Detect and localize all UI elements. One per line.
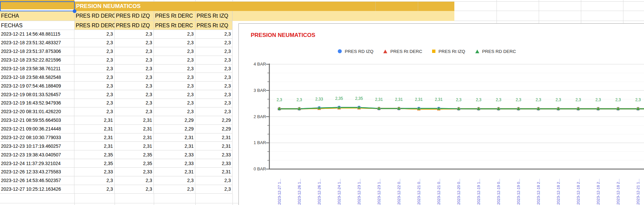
cell-value[interactable]: 2,3 xyxy=(115,90,154,99)
cell-value[interactable]: 2,29 xyxy=(195,125,232,133)
cell-fecha[interactable]: 2023-12-23 10:17:19.460257 xyxy=(0,142,74,150)
cell-value[interactable]: 2,3 xyxy=(74,47,115,56)
cell-fechas-header[interactable]: FECHAS xyxy=(1,21,23,30)
cell-value[interactable]: 2,3 xyxy=(115,56,154,65)
column-header[interactable]: PRES Rt DERC xyxy=(154,11,195,21)
cell-value[interactable]: 2,3 xyxy=(154,176,195,185)
cell-value[interactable]: 2,3 xyxy=(74,39,115,47)
cell-fecha[interactable]: 2023-12-18 23:51:37.875306 xyxy=(0,47,74,56)
legend-item-pres-rd-derc[interactable]: PRES RD DERC xyxy=(475,49,516,54)
cell-value[interactable]: 2,3 xyxy=(74,107,115,116)
cell-value[interactable]: 2,31 xyxy=(74,133,115,142)
cell-value[interactable]: 2,31 xyxy=(154,168,195,176)
cell-value[interactable]: 2,3 xyxy=(154,99,195,107)
cell-value[interactable]: 2,3 xyxy=(195,82,232,90)
cell-value[interactable]: 2,3 xyxy=(154,107,195,116)
cell-fecha-header[interactable]: FECHA xyxy=(1,11,19,21)
cell-value[interactable]: 2,3 xyxy=(195,176,232,185)
cell-value[interactable]: 2,3 xyxy=(115,30,154,39)
cell-fecha[interactable]: 2023-12-21 14:56:48.881115 xyxy=(0,30,74,39)
cell-value[interactable]: 2,3 xyxy=(74,30,115,39)
column-header[interactable]: PRES RD DERC xyxy=(74,11,115,21)
chart-panel[interactable]: PRESION NEUMATICOS PRES RD IZQPRES Rt DE… xyxy=(238,23,644,205)
cell-value[interactable]: 2,31 xyxy=(154,133,195,142)
cell-value[interactable]: 2,3 xyxy=(195,107,232,116)
cell-value[interactable]: 2,33 xyxy=(154,150,195,159)
cell-fecha[interactable]: 2023-12-22 08:10:30.779033 xyxy=(0,133,74,142)
cell-value[interactable]: 2,35 xyxy=(115,150,154,159)
cell-fecha[interactable]: 2023-12-18 23:52:22.821596 xyxy=(0,56,74,65)
cell-value[interactable]: 2,3 xyxy=(195,65,232,73)
cell-value[interactable]: 2,31 xyxy=(115,125,154,133)
cell-value[interactable]: 2,3 xyxy=(115,73,154,82)
cell-value[interactable]: 2,31 xyxy=(115,116,154,125)
cell-value[interactable]: 2,3 xyxy=(195,56,232,65)
cell-fecha[interactable]: 2023-12-18 23:58:38.761211 xyxy=(0,65,74,73)
cell-value[interactable]: 2,3 xyxy=(115,82,154,90)
cell-fecha[interactable]: 2023-12-19 16:43:52.947936 xyxy=(0,99,74,107)
cell-value[interactable]: 2,3 xyxy=(74,185,115,194)
cell-fecha[interactable]: 2023-12-24 11:37:29.321024 xyxy=(0,159,74,168)
cell-value[interactable]: 2,3 xyxy=(115,65,154,73)
cell-value[interactable]: 2,3 xyxy=(154,65,195,73)
cell-fecha[interactable]: 2023-12-19 08:01:33.526457 xyxy=(0,90,74,99)
cell-fecha[interactable]: 2023-12-18 23:51:32.483327 xyxy=(0,39,74,47)
cell-value[interactable]: 2,31 xyxy=(74,125,115,133)
cell-value[interactable]: 2,3 xyxy=(154,30,195,39)
cell-value[interactable]: 2,3 xyxy=(195,30,232,39)
legend-item-pres-rt-derc[interactable]: PRES Rt DERC xyxy=(383,49,422,54)
fill-handle[interactable] xyxy=(73,9,76,13)
cell-value[interactable]: 2,33 xyxy=(115,168,154,176)
cell-fecha[interactable]: 2023-12-19 07:54:46.188409 xyxy=(0,82,74,90)
cell-value[interactable]: 2,31 xyxy=(195,168,232,176)
cell-value[interactable]: 2,3 xyxy=(195,185,232,194)
banner-cell[interactable]: PRESION NEUMATICOS xyxy=(74,2,454,11)
cell-value[interactable]: 2,3 xyxy=(115,99,154,107)
cell-value[interactable]: 2,35 xyxy=(74,159,115,168)
cell-fecha[interactable]: 2023-12-27 10:25:12.163426 xyxy=(0,185,74,194)
cell-value[interactable]: 2,33 xyxy=(195,150,232,159)
cell-value[interactable]: 2,3 xyxy=(74,73,115,82)
cell-value[interactable]: 2,33 xyxy=(195,159,232,168)
cell-fecha[interactable]: 2023-12-21 08:59:55.664503 xyxy=(0,116,74,125)
cell-value[interactable]: 2,35 xyxy=(74,150,115,159)
cell-fecha[interactable]: 2023-12-18 23:58:48.582548 xyxy=(0,73,74,82)
cell-value[interactable]: 2,3 xyxy=(154,47,195,56)
cell-value[interactable]: 2,3 xyxy=(154,82,195,90)
cell-fecha[interactable]: 2023-12-21 09:00:36.214448 xyxy=(0,125,74,133)
cell-value[interactable]: 2,3 xyxy=(74,90,115,99)
cell-value[interactable]: 2,3 xyxy=(154,39,195,47)
cell-value[interactable]: 2,3 xyxy=(195,47,232,56)
cell-value[interactable]: 2,29 xyxy=(154,125,195,133)
cell-value[interactable]: 2,31 xyxy=(74,116,115,125)
cell-fecha[interactable]: 2023-12-26 14:53:46.502357 xyxy=(0,176,74,185)
cell-value[interactable]: 2,31 xyxy=(195,133,232,142)
cell-value[interactable]: 2,3 xyxy=(74,82,115,90)
column-header[interactable]: PRES RD DERC xyxy=(74,21,115,30)
cell-value[interactable]: 2,3 xyxy=(195,39,232,47)
cell-value[interactable]: 2,31 xyxy=(195,142,232,150)
cell-value[interactable]: 2,3 xyxy=(74,65,115,73)
column-header[interactable]: PRES Rt IZQ xyxy=(195,11,232,21)
cell-value[interactable]: 2,3 xyxy=(115,107,154,116)
cell-value[interactable]: 2,3 xyxy=(154,185,195,194)
cell-value[interactable]: 2,3 xyxy=(115,39,154,47)
cell-fecha[interactable]: 2023-12-20 08:31:01.426220 xyxy=(0,107,74,116)
cell-value[interactable]: 2,3 xyxy=(115,185,154,194)
column-header[interactable]: PRES Rt IZQ xyxy=(195,21,232,30)
cell-value[interactable]: 2,33 xyxy=(74,168,115,176)
column-header[interactable]: PRES RD IZQ xyxy=(115,21,154,30)
cell-value[interactable]: 2,31 xyxy=(74,142,115,150)
legend-item-pres-rd-izq[interactable]: PRES RD IZQ xyxy=(338,49,373,54)
column-header[interactable]: PRES Rt DERC xyxy=(154,21,195,30)
cell-value[interactable]: 2,3 xyxy=(154,73,195,82)
cell-fecha[interactable]: 2023-12-26 12:33:43.275583 xyxy=(0,168,74,176)
cell-value[interactable]: 2,29 xyxy=(154,116,195,125)
cell-value[interactable]: 2,3 xyxy=(195,90,232,99)
cell-value[interactable]: 2,3 xyxy=(154,90,195,99)
cell-value[interactable]: 2,31 xyxy=(154,142,195,150)
cell-value[interactable]: 2,3 xyxy=(154,56,195,65)
column-header[interactable]: PRES RD IZQ xyxy=(115,11,154,21)
cell-value[interactable]: 2,3 xyxy=(115,47,154,56)
cell-value[interactable]: 2,3 xyxy=(74,56,115,65)
